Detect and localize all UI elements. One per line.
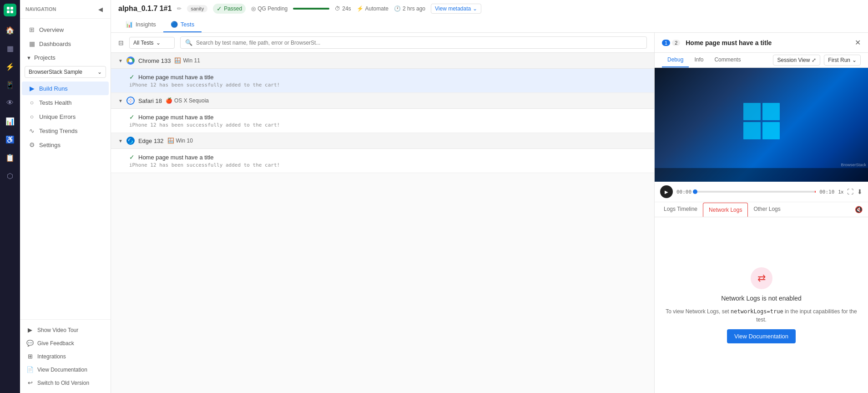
windows-taskbar bbox=[655, 168, 868, 182]
project-name: BrowserStack Sample bbox=[29, 69, 82, 75]
panel-tabs-row: Debug Info Comments Session View ⤢ First… bbox=[655, 53, 868, 68]
progress-fill bbox=[293, 8, 329, 10]
safari-os-label: OS X Sequoia bbox=[174, 97, 209, 104]
project-selector[interactable]: BrowserStack Sample ⌄ bbox=[25, 66, 106, 78]
rail-home-icon[interactable]: 🏠 bbox=[2, 22, 18, 38]
session-view-select[interactable]: Session View ⤢ bbox=[773, 55, 820, 66]
network-logs-code: networkLogs=true bbox=[731, 308, 783, 315]
video-controls: ▶ 00:00 00:10 1x ⛶ ⬇ bbox=[655, 182, 868, 202]
svg-point-14 bbox=[130, 100, 131, 102]
svg-rect-3 bbox=[10, 10, 13, 13]
time-end-label: 00:10 bbox=[819, 189, 834, 195]
collapse-all-icon[interactable]: ⊟ bbox=[118, 39, 124, 46]
svg-rect-2 bbox=[7, 10, 10, 13]
project-chevron-icon: ⌄ bbox=[97, 69, 102, 75]
sidebar-nav: ⊞ Overview ▦ Dashboards ▼ Projects Brows… bbox=[20, 19, 111, 319]
time-meta: 🕐 2 hrs ago bbox=[394, 5, 425, 12]
chrome-collapse-icon: ▼ bbox=[118, 58, 123, 63]
app-logo[interactable] bbox=[4, 4, 16, 16]
tab-info[interactable]: Info bbox=[689, 53, 709, 67]
sidebar-give-feedback[interactable]: 💬 Give Feedback bbox=[20, 337, 111, 350]
tab-comments[interactable]: Comments bbox=[709, 53, 746, 67]
sidebar-view-documentation[interactable]: 📄 View Documentation bbox=[20, 363, 111, 376]
clock-icon: ⏱ bbox=[335, 5, 340, 12]
tab-insights[interactable]: 📊 Insights bbox=[118, 17, 163, 32]
tab-tests[interactable]: 🔵 Tests bbox=[163, 17, 202, 32]
log-tab-other[interactable]: Other Logs bbox=[748, 202, 786, 217]
first-run-select[interactable]: First Run ⌄ bbox=[824, 55, 861, 66]
sidebar-bottom: ▶ Show Video Tour 💬 Give Feedback ⊞ Inte… bbox=[20, 319, 111, 393]
status-badge: ✓ Passed bbox=[213, 4, 246, 14]
log-tab-timeline[interactable]: Logs Timeline bbox=[658, 202, 703, 217]
projects-section-header[interactable]: ▼ Projects bbox=[20, 51, 111, 64]
close-panel-button[interactable]: ✕ bbox=[855, 38, 861, 47]
rail-low-code-icon[interactable]: ⬡ bbox=[2, 168, 18, 184]
sidebar-item-build-runs-label: Build Runs bbox=[39, 85, 68, 92]
svg-point-6 bbox=[129, 59, 132, 62]
sidebar-item-settings[interactable]: ⚙ Settings bbox=[22, 138, 109, 152]
rail-accessibility-icon[interactable]: ♿ bbox=[2, 131, 18, 148]
log-tab-network[interactable]: Network Logs bbox=[703, 203, 748, 217]
edit-icon[interactable]: ✏ bbox=[177, 5, 182, 12]
projects-label: Projects bbox=[34, 54, 56, 61]
sidebar: Navigation ◀ ⊞ Overview ▦ Dashboards ▼ P… bbox=[20, 0, 111, 393]
test-sub-text: iPhone 12 has been successfully added to… bbox=[129, 122, 647, 128]
test-row[interactable]: ✓ Home page must have a title iPhone 12 … bbox=[111, 69, 654, 93]
rail-analytics-icon[interactable]: 📊 bbox=[2, 113, 18, 129]
run-2-button[interactable]: 2 bbox=[672, 40, 680, 46]
edge-collapse-icon: ▼ bbox=[118, 138, 123, 143]
sidebar-show-video-tour[interactable]: ▶ Show Video Tour bbox=[20, 323, 111, 337]
sidebar-item-testing-trends[interactable]: ∿ Testing Trends bbox=[22, 124, 109, 138]
filter-chevron-icon: ⌄ bbox=[156, 40, 161, 46]
video-area: BrowserStack bbox=[655, 68, 868, 182]
sidebar-item-overview[interactable]: ⊞ Overview bbox=[22, 23, 109, 36]
view-documentation-button[interactable]: View Documentation bbox=[727, 329, 796, 343]
test-name: Home page must have a title bbox=[138, 154, 213, 161]
panel-title: Home page must have a title bbox=[686, 39, 772, 46]
sidebar-item-build-runs[interactable]: ▶ Build Runs bbox=[22, 82, 109, 95]
sidebar-collapse-button[interactable]: ◀ bbox=[96, 5, 105, 14]
speed-label[interactable]: 1x bbox=[838, 189, 843, 194]
search-input[interactable] bbox=[196, 40, 642, 46]
tab-debug[interactable]: Debug bbox=[662, 53, 689, 67]
run-1-button[interactable]: 1 bbox=[662, 40, 670, 46]
test-row[interactable]: ✓ Home page must have a title iPhone 12 … bbox=[111, 149, 654, 173]
sidebar-switch-old-version[interactable]: ↩ Switch to Old Version bbox=[20, 376, 111, 389]
rail-test-management-icon[interactable]: 📋 bbox=[2, 149, 18, 166]
windows-logo bbox=[743, 103, 780, 139]
sidebar-item-unique-errors[interactable]: ○ Unique Errors bbox=[22, 110, 109, 123]
insights-chart-icon: 📊 bbox=[126, 21, 133, 28]
play-button[interactable]: ▶ bbox=[660, 185, 673, 198]
rail-automate-icon[interactable]: ⚡ bbox=[2, 58, 18, 75]
test-row-header: ✓ Home page must have a title bbox=[129, 113, 647, 121]
qg-label: QG Pending bbox=[257, 5, 288, 12]
edge-browser-name: Edge 132 bbox=[138, 138, 164, 144]
sidebar-item-dashboards-label: Dashboards bbox=[39, 41, 71, 47]
rail-percy-icon[interactable]: 👁 bbox=[2, 95, 18, 111]
testing-trends-icon: ∿ bbox=[28, 127, 35, 134]
top-bar-tabs: 📊 Insights 🔵 Tests bbox=[118, 17, 861, 32]
panel-tabs: Debug Info Comments bbox=[662, 53, 746, 67]
first-run-label: First Run bbox=[828, 57, 850, 63]
download-icon[interactable]: ⬇ bbox=[857, 188, 863, 195]
sidebar-item-dashboards[interactable]: ▦ Dashboards bbox=[22, 37, 109, 51]
edge-os-badge: 🪟 Win 10 bbox=[167, 138, 193, 144]
browser-header-edge[interactable]: ▼ Edge 132 🪟 Win 10 bbox=[111, 133, 654, 149]
tests-tab-label: Tests bbox=[181, 21, 194, 28]
test-pass-icon: ✓ bbox=[129, 73, 135, 81]
integrations-icon: ⊞ bbox=[26, 353, 34, 360]
filter-label: All Tests bbox=[133, 40, 153, 46]
rail-dashboard-icon[interactable]: ▦ bbox=[2, 40, 18, 56]
test-row[interactable]: ✓ Home page must have a title iPhone 12 … bbox=[111, 109, 654, 133]
sidebar-item-tests-health[interactable]: ○ Tests Health bbox=[22, 96, 109, 109]
sidebar-integrations[interactable]: ⊞ Integrations bbox=[20, 350, 111, 363]
view-metadata-button[interactable]: View metadata ⌄ bbox=[431, 4, 481, 14]
settings-icon: ⚙ bbox=[28, 141, 35, 148]
sound-icon[interactable]: 🔇 bbox=[853, 204, 864, 215]
fullscreen-icon[interactable]: ⛶ bbox=[847, 188, 853, 195]
video-progress-bar[interactable] bbox=[695, 191, 816, 193]
browser-header-safari[interactable]: ▼ Safari 18 🍎 OS X Sequoia bbox=[111, 93, 654, 109]
browser-header-chrome[interactable]: ▼ Chrome 133 🪟 Win 11 bbox=[111, 53, 654, 69]
filter-select[interactable]: All Tests ⌄ bbox=[129, 37, 175, 49]
rail-app-icon[interactable]: 📱 bbox=[2, 77, 18, 93]
